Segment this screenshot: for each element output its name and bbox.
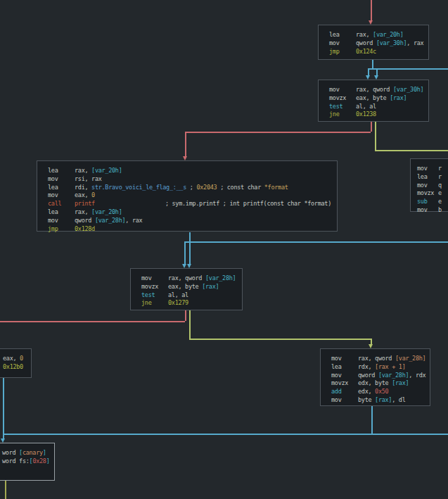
asm-line[interactable]: movzxe [417,189,448,198]
asm-token: 0x124c [356,48,376,55]
basic-block-decode-add-0x50[interactable]: movrax, qword [var_28h]leardx, [rax + 1]… [320,348,430,406]
asm-line[interactable]: movr [417,165,448,173]
asm-token: edx, [358,388,375,395]
asm-token: *format [264,184,288,191]
basic-block-partial-right[interactable]: movrlearmovqmovzxesubemovb [410,158,448,212]
asm-token: [var_28h] [95,217,125,224]
edge-check-false-to-printf [185,132,371,133]
asm-mnemonic: call [48,200,75,208]
asm-mnemonic: mov [331,372,358,380]
asm-token: e [438,198,442,205]
asm-token: , dl [392,396,405,403]
asm-token: printf [75,200,95,207]
asm-token: [rax + 1] [375,363,405,370]
asm-token: eax, byte [168,283,202,290]
edge-printf-to-loop-check [184,241,186,264]
asm-line[interactable]: jne0x1238 [329,110,423,119]
asm-line[interactable]: movqword [var_28h], rax [48,217,331,225]
asm-token: [var_20h] [91,208,122,215]
asm-line[interactable]: learax, [var_20h] [48,167,331,175]
asm-mnemonic: lea [48,184,75,192]
asm-mnemonic: test [141,291,168,300]
edge-loop-true-to-body [189,339,371,340]
asm-line[interactable]: movqword [var_28h], rdx [331,372,424,380]
asm-mnemonic: lea [331,363,358,372]
asm-line[interactable]: movrax, qword [var_28h] [141,274,236,283]
asm-token: e [438,189,442,196]
asm-mnemonic: mov [331,355,358,363]
asm-line[interactable]: movbyte [rax], dl [331,396,424,405]
asm-mnemonic: test [329,103,356,111]
asm-token: 0x28 [32,457,46,465]
asm-line[interactable]: moveax, 0 [48,191,331,200]
asm-line[interactable]: learax, [var_20h] [329,31,423,39]
asm-token: 0x128d [75,225,95,232]
asm-token: word [2,449,19,456]
asm-token: r [438,173,442,180]
basic-block-printf-flag[interactable]: learax, [var_20h]movrsi, raxleardi, str.… [37,160,338,232]
asm-token: qword [75,217,95,224]
asm-token: al, al [168,291,188,298]
asm-mnemonic: movzx [329,94,356,103]
asm-mnemonic: mov [48,191,75,200]
asm-line[interactable]: jmp0x124c [329,48,423,56]
edge-init-to-check [368,68,448,70]
asm-line[interactable]: movzxeax, byte [rax] [141,283,236,291]
asm-token: [var_20h] [91,167,122,174]
asm-line[interactable]: movrsi, rax [48,175,331,184]
asm-line[interactable]: movzxeax, byte [rax] [329,94,423,103]
asm-line[interactable]: movb [417,206,448,215]
asm-line[interactable]: learax, [var_20h] [48,208,331,217]
asm-mnemonic: movzx [141,283,168,291]
asm-mnemonic: mov [141,274,168,283]
asm-token: rdi, [75,184,91,191]
asm-mnemonic: mov [417,206,438,215]
asm-token: [var_28h] [395,355,425,362]
basic-block-init-ptr-jmp-0x124c[interactable]: learax, [var_20h]movqword [var_30h], rax… [318,25,429,60]
edge-merge-to-canary [3,434,448,435]
asm-token: edx, byte [358,379,392,386]
asm-line[interactable]: addedx, 0x50 [331,388,424,396]
asm-token: rsi, rax [75,175,102,182]
asm-token: qword [356,39,376,46]
edge-loop-true-to-body [371,339,372,344]
edge-printf-to-loop-check [184,241,448,243]
asm-line[interactable]: movrax, qword [var_28h] [331,355,424,363]
basic-block-loop-check-jne-0x1238[interactable]: movrax, qword [var_30h]movzxeax, byte [r… [318,80,429,122]
basic-block-loop-check-jne-0x1279[interactable]: movrax, qword [var_28h]movzxeax, byte [r… [130,268,243,310]
asm-line[interactable]: sube [417,198,448,206]
edge-init-to-check [368,68,369,75]
asm-line[interactable]: leardx, [rax + 1] [331,363,424,372]
asm-token: , rdx [409,372,425,379]
asm-mnemonic: mov [329,39,356,48]
asm-line[interactable]: movqword [var_30h], rax [329,39,423,48]
asm-token: rax, [75,208,91,215]
disassembly-graph-canvas[interactable]: learax, [var_20h]movqword [var_30h], rax… [0,0,448,499]
asm-line[interactable]: callprintf; sym.imp.printf ; int printf(… [48,200,331,208]
asm-token: [rax] [202,283,219,290]
asm-token: 0 [91,191,95,198]
asm-line[interactable]: word [canary] [2,449,49,457]
asm-line[interactable]: testal, al [329,103,423,111]
asm-line[interactable]: eax, 0 [3,355,25,363]
basic-block-partial-left[interactable]: eax, 00x12b0 [0,348,32,378]
asm-line[interactable]: jmp0x128d [48,225,331,234]
asm-line[interactable]: 0x12b0 [3,363,25,372]
asm-token: 0x2043 [196,184,217,191]
asm-mnemonic: mov [417,182,438,190]
asm-line[interactable]: testal, al [141,291,236,300]
asm-token: [var_30h] [393,86,423,93]
edge-entry-to-init [371,0,372,20]
asm-line[interactable]: movzxedx, byte [rax] [331,379,424,388]
edge-init-to-check [376,68,378,75]
basic-block-canary-check[interactable]: word [canary]word fs:[0x28] [0,443,55,481]
edge-check-false-to-printf [185,132,186,156]
asm-line[interactable]: jne0x1279 [141,299,236,308]
asm-line[interactable]: movrax, qword [var_30h] [329,86,423,94]
asm-token: 0 [20,355,23,362]
asm-line[interactable]: movq [417,182,448,190]
asm-line[interactable]: word fs:[0x28] [2,457,49,466]
asm-token: q [438,182,442,189]
asm-line[interactable]: lear [417,173,448,182]
asm-line[interactable]: leardi, str.Bravo_voici_le_flag_:__s ; 0… [48,184,331,192]
